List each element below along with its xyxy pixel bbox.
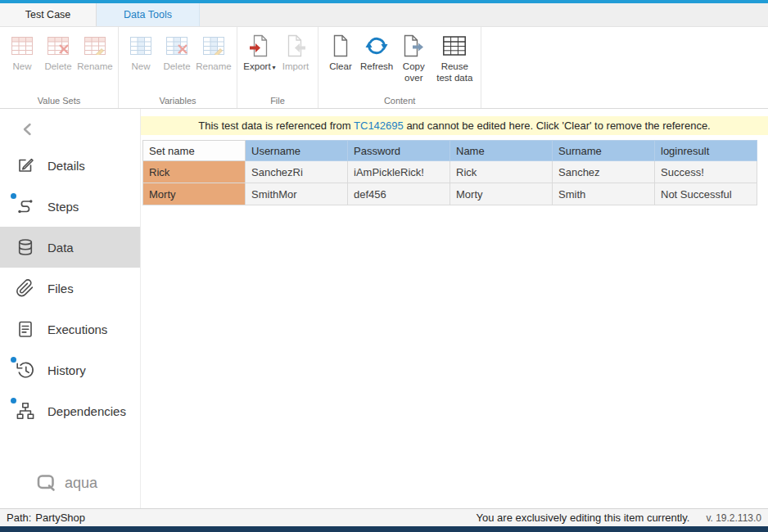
group-label-variables: Variables (119, 96, 237, 106)
ribbon-tab-bar: Test Case Data Tools (0, 3, 768, 27)
data-cell[interactable]: Morty (450, 183, 553, 205)
button-label: Clear (329, 61, 351, 73)
sidebar-item-label: Executions (47, 322, 107, 336)
sidebar-item-details[interactable]: Details (0, 145, 140, 186)
button-label: Rename (77, 61, 112, 73)
set-name-cell[interactable]: Morty (143, 183, 246, 205)
sidebar-item-dependencies[interactable]: Dependencies (0, 390, 140, 431)
sidebar-item-label: Details (47, 159, 85, 173)
data-cell[interactable]: Sanchez (553, 161, 655, 183)
button-label: Delete (44, 61, 71, 73)
button-label: New (131, 61, 150, 73)
set-name-cell[interactable]: Rick (143, 161, 246, 183)
path-label: Path: (7, 512, 31, 524)
sidebar-item-history[interactable]: History (0, 349, 140, 390)
delete-variable-button[interactable]: Delete (159, 32, 195, 73)
new-value-set-button[interactable]: New (4, 32, 40, 73)
sidebar-item-label: Dependencies (47, 404, 126, 418)
data-cell[interactable]: SanchezRi (246, 161, 348, 183)
steps-icon (16, 196, 35, 216)
sidebar-item-label: Steps (47, 200, 79, 214)
new-value-set-icon (11, 34, 33, 58)
button-label: Export▾ (243, 61, 275, 73)
export-icon (249, 34, 270, 58)
tab-test-case[interactable]: Test Case (0, 3, 97, 26)
delete-value-set-button[interactable]: Delete (40, 32, 76, 73)
button-label: Rename (196, 61, 231, 73)
version-label: v. 19.2.113.0 (706, 512, 761, 524)
tab-data-tools[interactable]: Data Tools (97, 3, 200, 26)
button-label: Reuse test data (434, 61, 475, 84)
sidebar-item-steps[interactable]: Steps (0, 186, 140, 227)
sidebar-nav: Details Steps Data (0, 145, 140, 474)
rename-value-set-icon (84, 34, 106, 58)
ribbon-group-variables: New Delete Rename Variables (119, 27, 237, 108)
banner-text-after: and cannot be edited here. Click 'Clear'… (404, 119, 711, 132)
path-value: PartyShop (35, 512, 85, 524)
rename-value-set-button[interactable]: Rename (76, 32, 114, 73)
sidebar-item-executions[interactable]: Executions (0, 309, 140, 349)
data-cell[interactable]: Smith (553, 183, 655, 205)
database-icon (16, 237, 35, 257)
group-label-content: Content (318, 96, 481, 106)
table-row: Morty SmithMor def456 Morty Smith Not Su… (143, 183, 757, 205)
sidebar-item-files[interactable]: Files (0, 268, 140, 309)
sidebar-item-label: History (47, 363, 86, 377)
aqua-logo-text: aqua (65, 475, 97, 492)
group-label-value-sets: Value Sets (0, 96, 118, 106)
export-dropdown-caret: ▾ (273, 64, 276, 71)
rename-variable-icon (203, 34, 224, 58)
status-bar: Path: PartyShop You are exclusively edit… (0, 508, 768, 526)
data-content-panel: This test data is referenced from TC1426… (141, 109, 768, 508)
refresh-button[interactable]: Refresh (359, 32, 395, 73)
test-data-table: Set name Username Password Name Surname … (142, 140, 757, 205)
data-cell[interactable]: Success! (655, 161, 757, 183)
export-label: Export (243, 61, 270, 71)
reuse-test-data-icon (443, 34, 466, 58)
banner-text-before: This test data is referenced from (198, 119, 354, 132)
group-label-file: File (237, 96, 318, 106)
column-header-name: Name (450, 141, 553, 161)
notification-dot (11, 398, 16, 404)
button-label: Import (282, 61, 309, 73)
clear-button[interactable]: Clear (323, 32, 359, 73)
import-icon (285, 34, 306, 58)
editing-status-message: You are exclusively editing this item cu… (477, 512, 690, 524)
new-variable-icon (130, 34, 151, 58)
column-header-password: Password (348, 141, 450, 161)
edit-icon (16, 156, 35, 175)
data-cell[interactable]: Not Successful (655, 183, 757, 205)
sidebar-item-data[interactable]: Data (0, 227, 140, 268)
table-header-row: Set name Username Password Name Surname … (143, 141, 757, 161)
notification-dot (11, 357, 16, 363)
rename-variable-button[interactable]: Rename (195, 32, 233, 73)
sidebar-item-label: Data (47, 241, 74, 255)
refresh-icon (365, 34, 388, 58)
paperclip-icon (16, 278, 35, 298)
main-area: Details Steps Data (0, 109, 768, 508)
reuse-test-data-button[interactable]: Reuse test data (432, 32, 477, 84)
referenced-testcase-link[interactable]: TC142695 (354, 119, 404, 132)
column-header-surname: Surname (553, 141, 655, 161)
copy-over-button[interactable]: Copy over (395, 32, 432, 84)
notification-dot (11, 193, 16, 199)
export-button[interactable]: Export▾ (242, 32, 278, 73)
data-cell[interactable]: SmithMor (246, 183, 348, 205)
ribbon-group-value-sets: New Delete Rename Value Sets (0, 27, 119, 108)
ribbon-group-content: Clear Refresh Copy over (318, 27, 481, 108)
sidebar: Details Steps Data (0, 109, 141, 508)
new-variable-button[interactable]: New (123, 32, 159, 73)
column-header-loginresult: loginresult (655, 141, 757, 161)
button-label: New (12, 61, 31, 73)
data-cell[interactable]: def456 (348, 183, 450, 205)
sidebar-item-label: Files (47, 282, 74, 295)
column-header-username: Username (246, 141, 348, 161)
data-cell[interactable]: Rick (450, 161, 553, 183)
data-cell[interactable]: iAmPickleRick! (348, 161, 450, 183)
sidebar-collapse-button[interactable] (0, 109, 140, 145)
delete-variable-icon (166, 34, 187, 58)
import-button[interactable]: Import (278, 32, 314, 73)
history-icon (16, 360, 35, 380)
chevron-left-icon (20, 122, 140, 137)
ribbon: New Delete Rename Value Sets (0, 27, 768, 109)
